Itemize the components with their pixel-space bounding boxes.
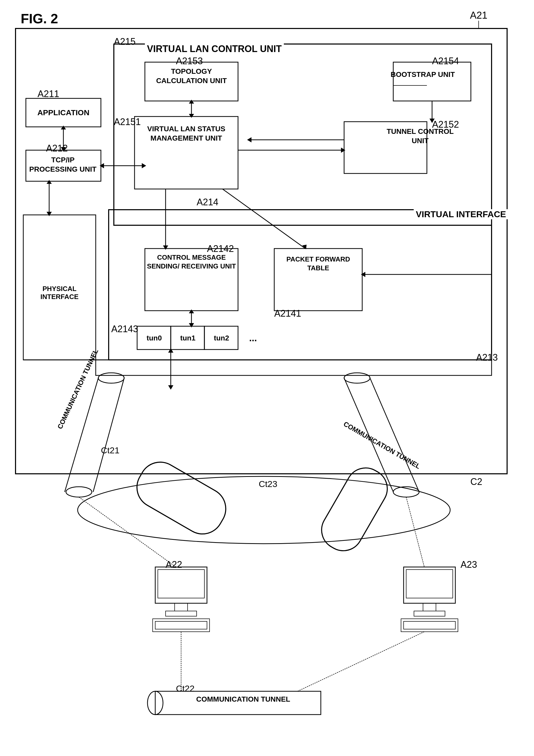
ct23-tunnel-label: COMMUNICATION TUNNEL: [342, 420, 422, 471]
a215-label: A215: [114, 36, 136, 47]
a2151-label: A2151: [114, 117, 141, 127]
svg-rect-67: [155, 621, 207, 629]
svg-rect-65: [165, 611, 197, 616]
ct23-label: Ct23: [259, 479, 277, 489]
svg-rect-64: [175, 603, 188, 611]
svg-line-75: [406, 497, 424, 567]
svg-rect-4: [393, 62, 471, 101]
svg-marker-43: [189, 310, 194, 313]
ct21-tunnel-label: COMMUNICATION TUNNEL: [56, 348, 100, 430]
vlan-status-label: VIRTUAL LAN STATUS MANAGEMENT UNIT: [137, 124, 236, 143]
svg-rect-50: [315, 461, 394, 558]
svg-point-61: [393, 487, 419, 497]
svg-rect-66: [153, 619, 210, 632]
svg-line-77: [297, 632, 424, 691]
svg-line-55: [65, 378, 98, 492]
virtual-interface-label: VIRTUAL INTERFACE: [414, 209, 508, 219]
a212-label: A212: [46, 143, 68, 154]
tun2-label: tun2: [205, 327, 238, 350]
a2141-label: A2141: [274, 308, 301, 319]
svg-marker-23: [341, 148, 345, 153]
a23-label: A23: [461, 559, 477, 570]
svg-rect-48: [96, 360, 492, 375]
svg-rect-49: [129, 455, 233, 542]
svg-rect-68: [404, 567, 455, 603]
svg-marker-17: [189, 100, 194, 104]
tcpip-label: TCP/IP PROCESSING UNIT: [27, 155, 99, 174]
svg-marker-34: [100, 163, 104, 168]
svg-rect-70: [423, 603, 436, 611]
c2-label: C2: [470, 476, 482, 487]
tun0-label: tun0: [138, 327, 171, 350]
ct22-tunnel-label: COMMUNICATION TUNNEL: [165, 695, 321, 703]
svg-marker-45: [168, 385, 173, 390]
svg-rect-72: [401, 619, 458, 632]
svg-rect-69: [406, 570, 453, 598]
fig-label: FIG. 2: [21, 11, 58, 26]
ct21-label: Ct21: [101, 445, 119, 455]
svg-point-58: [344, 373, 370, 383]
svg-marker-30: [47, 212, 52, 216]
svg-point-53: [147, 691, 163, 715]
page: FIG. 2 A21 A215 VIRTUAL LAN CONTROL UNIT…: [0, 0, 534, 756]
svg-rect-62: [155, 567, 207, 603]
svg-marker-40: [361, 272, 365, 277]
a2142-label: A2142: [207, 243, 234, 254]
svg-rect-63: [158, 570, 204, 598]
tunnel-control-label: TUNNEL CONTROL UNIT: [381, 127, 459, 146]
vlan-control-unit-label: VIRTUAL LAN CONTROL UNIT: [145, 43, 284, 54]
svg-marker-25: [247, 137, 251, 142]
svg-line-37: [222, 189, 305, 249]
control-msg-label: CONTROL MESSAGE SENDING/ RECEIVING UNIT: [146, 253, 237, 271]
svg-marker-18: [189, 114, 194, 118]
a2153-label: A2153: [176, 56, 203, 67]
svg-rect-73: [404, 621, 455, 629]
tun1-label: tun1: [171, 327, 204, 350]
svg-line-56: [93, 378, 124, 492]
application-label: APPLICATION: [28, 108, 99, 117]
svg-marker-36: [163, 245, 168, 250]
a2154-label: A2154: [432, 56, 459, 67]
a2143-label: A2143: [111, 324, 138, 335]
svg-rect-0: [15, 28, 507, 474]
svg-line-74: [79, 497, 176, 567]
tun-dots: ...: [240, 327, 266, 350]
a214-label: A214: [197, 197, 218, 208]
svg-marker-28: [61, 125, 66, 129]
a211-label: A211: [38, 89, 59, 99]
a22-label: A22: [165, 559, 182, 570]
svg-marker-38: [302, 245, 307, 249]
a213-label: A213: [476, 352, 498, 363]
svg-line-60: [370, 378, 419, 492]
svg-marker-31: [47, 180, 52, 184]
topology-box-label: TOPOLOGY CALCULATION UNIT: [147, 67, 236, 86]
svg-rect-71: [414, 611, 445, 616]
bootstrap-box-label: BOOTSTRAP UNIT: [387, 70, 459, 79]
svg-point-54: [98, 373, 124, 383]
a21-ref-label: A21: [470, 10, 487, 21]
ct22-label: Ct22: [176, 684, 194, 694]
packet-forward-label: PACKET FORWARD TABLE: [276, 255, 361, 273]
physical-interface-label: PHYSICAL INTERFACE: [24, 285, 95, 301]
svg-point-57: [66, 487, 92, 497]
svg-marker-33: [142, 163, 146, 168]
